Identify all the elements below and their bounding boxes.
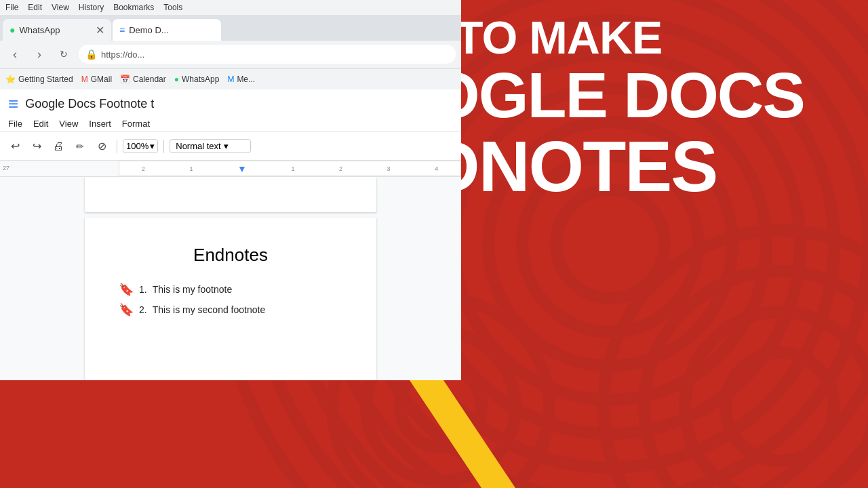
tab-bar: ● WhatsApp ✕ ≡ Demo D... <box>0 15 461 41</box>
zoom-selector[interactable]: 100% ▾ <box>123 139 158 153</box>
redo-button[interactable]: ↪ <box>27 137 46 156</box>
forward-button[interactable]: › <box>30 45 49 64</box>
ruler-mark-3: 3 <box>387 165 391 172</box>
bookmarks-bar: ⭐ Getting Started M GMail 📅 Calendar ● W… <box>0 68 461 89</box>
ruler-left-margin: 27 <box>0 161 119 176</box>
ruler-number-27: 27 <box>0 165 9 171</box>
tab-whatsapp-label: WhatsApp <box>19 25 60 35</box>
endnotes-heading: Endnotes <box>119 245 342 266</box>
address-box[interactable]: 🔒 https://do... <box>79 45 456 64</box>
footnote-1-text: This is my footnote <box>153 284 233 295</box>
style-dropdown-icon: ▾ <box>224 141 229 151</box>
address-bar: ‹ › ↻ 🔒 https://do... <box>0 41 461 68</box>
docs-header: ≡ Google Docs Footnote t File Edit View … <box>0 89 461 132</box>
bookmark-mes-icon: M <box>227 75 234 84</box>
bookmark-getting-started[interactable]: ⭐ Getting Started <box>5 75 73 84</box>
bookmark-wa-icon: ● <box>174 75 179 84</box>
menu-bar: File Edit View History Bookmarks Tools <box>0 0 461 15</box>
ruler-mark-4: 4 <box>435 165 438 172</box>
docs-menu-file[interactable]: File <box>8 119 22 129</box>
ruler-mark-1r: 1 <box>291 165 294 172</box>
bookmark-calendar[interactable]: 📅 Calendar <box>120 75 166 84</box>
docs-title: Google Docs Footnote t <box>25 97 154 111</box>
clear-format-button[interactable]: ⊘ <box>92 137 111 156</box>
toolbar-sep2 <box>163 140 164 153</box>
menu-history[interactable]: History <box>79 3 104 12</box>
undo-button[interactable]: ↩ <box>5 137 24 156</box>
ruler-main: 2 1 ▼ 1 2 3 4 <box>119 161 461 176</box>
whatsapp-icon: ● <box>9 24 15 35</box>
tab-close-whatsapp[interactable]: ✕ <box>96 24 104 37</box>
menu-tools[interactable]: Tools <box>163 3 182 12</box>
footnote-2-text: This is my second footnote <box>153 304 266 315</box>
security-icon: 🔒 <box>85 49 97 60</box>
address-text: https://do... <box>101 49 144 60</box>
browser-chrome: File Edit View History Bookmarks Tools ●… <box>0 0 461 380</box>
ruler-mark-2: 2 <box>142 165 145 172</box>
back-button[interactable]: ‹ <box>5 45 24 64</box>
doc-content-area: Endnotes 🔖 1. This is my footnote 🔖 2. T… <box>0 177 461 380</box>
bookmark-gmail[interactable]: M GMail <box>81 75 112 84</box>
print-button[interactable]: 🖨 <box>49 137 68 156</box>
footnote-2-bookmark-icon: 🔖 <box>119 302 134 317</box>
bookmark-messenger[interactable]: M Me... <box>227 75 255 84</box>
docs-menu-insert[interactable]: Insert <box>89 119 111 129</box>
ruler-cursor: ▼ <box>237 163 247 174</box>
toolbar-sep1 <box>117 140 117 153</box>
style-selector[interactable]: Normal text ▾ <box>170 139 251 153</box>
bookmark-wa-label: WhatsApp <box>182 75 219 84</box>
ruler-mark-2r: 2 <box>339 165 342 172</box>
doc-page: Endnotes 🔖 1. This is my footnote 🔖 2. T… <box>85 218 376 380</box>
menu-bookmarks[interactable]: Bookmarks <box>113 3 154 12</box>
bookmark-gmail-label: GMail <box>91 75 112 84</box>
refresh-button[interactable]: ↻ <box>54 45 73 64</box>
bookmark-gs-icon: ⭐ <box>5 75 16 84</box>
docs-toolbar: ↩ ↪ 🖨 ✏ ⊘ 100% ▾ Normal text ▾ <box>0 132 461 161</box>
menu-file[interactable]: File <box>5 3 18 12</box>
bookmark-mes-label: Me... <box>237 75 255 84</box>
docs-menu-view[interactable]: View <box>59 119 78 129</box>
docs-title-row: ≡ Google Docs Footnote t <box>0 89 461 119</box>
ruler-mark-1: 1 <box>189 165 193 172</box>
menu-edit[interactable]: Edit <box>28 3 42 12</box>
tab-google-docs[interactable]: ≡ Demo D... <box>113 19 221 41</box>
bookmark-whatsapp[interactable]: ● WhatsApp <box>174 75 220 84</box>
zoom-dropdown-icon: ▾ <box>150 141 155 151</box>
style-value: Normal text <box>176 141 220 151</box>
footnote-1-number: 1. <box>139 284 147 295</box>
footnote-2-number: 2. <box>139 304 147 315</box>
docs-menu-format[interactable]: Format <box>122 119 150 129</box>
footnote-item-2: 🔖 2. This is my second footnote <box>119 302 342 317</box>
zoom-value: 100% <box>126 141 149 151</box>
paint-format-button[interactable]: ✏ <box>71 137 90 156</box>
menu-view[interactable]: View <box>52 3 69 12</box>
docs-logo-icon: ≡ <box>8 94 18 115</box>
docs-menu: File Edit View Insert Format <box>0 119 461 131</box>
docs-menu-edit[interactable]: Edit <box>33 119 48 129</box>
bookmark-gmail-icon: M <box>81 75 88 84</box>
tab-google-docs-label: Demo D... <box>129 25 169 35</box>
gdocs-tab-icon: ≡ <box>119 24 125 35</box>
tab-whatsapp[interactable]: ● WhatsApp ✕ <box>3 19 111 41</box>
bookmark-cal-label: Calendar <box>133 75 166 84</box>
bookmark-cal-icon: 📅 <box>120 75 130 84</box>
page-top <box>85 177 376 212</box>
footnote-1-bookmark-icon: 🔖 <box>119 282 134 297</box>
bookmark-gs-label: Getting Started <box>18 75 73 84</box>
ruler: 27 2 1 ▼ 1 2 3 4 <box>0 161 461 177</box>
footnote-item-1: 🔖 1. This is my footnote <box>119 282 342 297</box>
